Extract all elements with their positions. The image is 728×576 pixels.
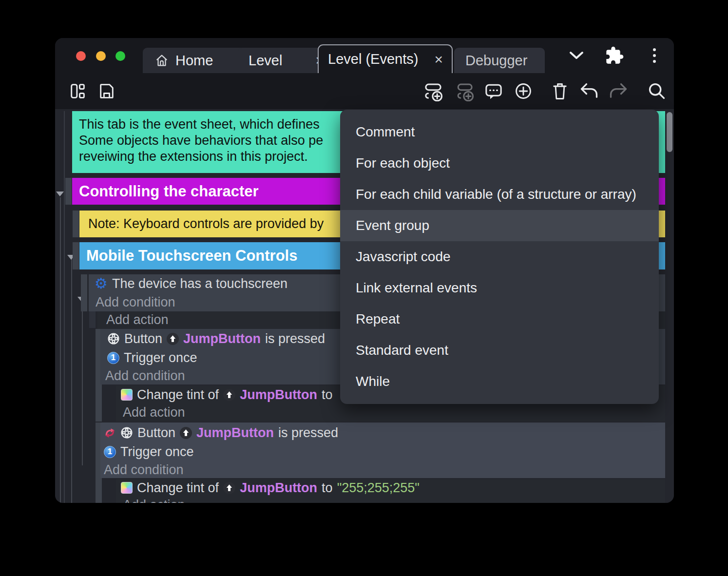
group-title: Mobile Touchscreen Controls xyxy=(86,247,297,265)
menu-item-comment[interactable]: Comment xyxy=(340,116,659,148)
event-margin xyxy=(89,311,96,328)
condition-row[interactable]: ⚙ The device has a touchscreen xyxy=(95,274,287,293)
collapse-arrow-icon[interactable] xyxy=(56,192,64,196)
event-margin xyxy=(81,274,87,311)
puzzle-icon xyxy=(605,46,624,65)
menu-item-repeat[interactable]: Repeat xyxy=(340,304,659,335)
tab-list-dropdown-button[interactable] xyxy=(567,38,586,73)
jumpbutton-object-icon xyxy=(223,389,235,401)
condition-row[interactable]: 1 Trigger once xyxy=(107,348,197,367)
tint-color-icon xyxy=(121,482,133,494)
object-name: JumpButton xyxy=(240,387,317,403)
condition-row[interactable]: Button JumpButton is pressed xyxy=(104,423,338,442)
add-event-context-menu: Comment For each object For each child v… xyxy=(340,110,659,404)
add-condition-link[interactable]: Add condition xyxy=(104,461,184,479)
menu-item-for-each-child-variable[interactable]: For each child variable (of a structure … xyxy=(340,179,659,210)
add-comment-button[interactable] xyxy=(482,73,505,109)
add-condition-label: Add condition xyxy=(104,462,184,478)
layout-view-button[interactable] xyxy=(68,73,87,109)
event-margin xyxy=(73,242,79,269)
menu-item-for-each-object[interactable]: For each object xyxy=(340,148,659,179)
add-condition-link[interactable]: Add condition xyxy=(105,366,185,385)
action-row[interactable]: Change tint of JumpButton to xyxy=(121,385,333,404)
tab-home[interactable]: Home xyxy=(143,48,246,73)
touch-gear-icon: ⚙ xyxy=(95,276,108,291)
tab-level-events[interactable]: Level (Events) × xyxy=(318,44,453,73)
event-margin xyxy=(65,178,72,205)
note-text: Note: Keyboard controls are provided by xyxy=(88,216,324,231)
menu-item-standard-event[interactable]: Standard event xyxy=(340,335,659,366)
add-action-link[interactable]: Add action xyxy=(123,403,185,422)
add-action-link[interactable]: Add action xyxy=(123,496,185,503)
indent-guide xyxy=(82,300,83,465)
traffic-light-zoom[interactable] xyxy=(115,51,125,61)
tab-debugger-label: Debugger xyxy=(465,53,527,69)
object-name: JumpButton xyxy=(240,480,317,496)
search-button[interactable] xyxy=(646,73,668,109)
tab-debugger[interactable]: Debugger xyxy=(454,48,545,73)
traffic-light-close[interactable] xyxy=(76,51,86,61)
tint-color-icon xyxy=(121,389,133,401)
add-action-label: Add action xyxy=(123,405,185,420)
redo-button[interactable] xyxy=(607,73,630,109)
menu-item-while[interactable]: While xyxy=(340,366,659,397)
object-name: JumpButton xyxy=(183,331,261,346)
save-icon xyxy=(97,82,116,100)
add-condition-link[interactable]: Add condition xyxy=(96,293,175,311)
object-name: JumpButton xyxy=(196,425,274,441)
string-value: "255;255;255" xyxy=(337,480,420,496)
save-button[interactable] xyxy=(97,73,116,109)
tab-home-label: Home xyxy=(175,53,213,69)
comment-bubble-icon xyxy=(483,81,504,101)
redo-icon xyxy=(608,82,629,100)
delete-button[interactable] xyxy=(549,73,571,109)
search-icon xyxy=(647,81,667,101)
menu-item-link-external-events[interactable]: Link external events xyxy=(340,272,659,304)
vertical-scrollbar[interactable] xyxy=(667,112,672,152)
toolbar xyxy=(55,73,674,109)
indent-guide xyxy=(64,111,65,503)
undo-icon xyxy=(579,82,599,100)
jumpbutton-object-icon xyxy=(223,482,235,494)
add-action-link[interactable]: Add action xyxy=(106,310,169,329)
condition-text: Button xyxy=(137,425,175,441)
inverted-condition-icon xyxy=(104,427,116,439)
add-subevent-icon xyxy=(454,81,475,101)
addons-button[interactable] xyxy=(604,38,625,73)
add-event-button[interactable] xyxy=(422,73,444,109)
condition-text: Button xyxy=(124,331,162,346)
layout-panels-icon xyxy=(68,82,87,100)
button-plugin-icon xyxy=(107,332,120,345)
jumpbutton-object-icon xyxy=(180,427,192,439)
add-action-label: Add action xyxy=(106,312,169,327)
condition-row[interactable]: 1 Trigger once xyxy=(104,442,194,461)
kebab-menu-icon xyxy=(653,48,656,63)
traffic-light-minimize[interactable] xyxy=(96,51,106,61)
tab-level-events-label: Level (Events) xyxy=(328,51,418,67)
action-row[interactable]: Change tint of JumpButton to "255;255;25… xyxy=(121,479,420,497)
home-icon xyxy=(154,53,169,68)
close-tab-icon[interactable]: × xyxy=(431,51,446,68)
group-title: Controlling the character xyxy=(79,183,259,200)
add-subevent-button[interactable] xyxy=(453,73,476,109)
indent-guide xyxy=(71,258,72,503)
condition-text: is pressed xyxy=(265,331,325,346)
menu-item-javascript-code[interactable]: Javascript code xyxy=(340,241,659,272)
app-window: Home Level × Level (Events) × Debugger xyxy=(55,38,674,503)
main-menu-button[interactable] xyxy=(647,38,662,73)
trigger-once-icon: 1 xyxy=(104,446,116,458)
tab-level-label: Level xyxy=(249,53,282,69)
action-text: Change tint of xyxy=(137,387,219,403)
add-button[interactable] xyxy=(512,73,535,109)
condition-row[interactable]: Button JumpButton is pressed xyxy=(107,329,325,348)
plus-circle-icon xyxy=(514,81,533,101)
trigger-once-icon: 1 xyxy=(107,352,119,364)
trash-icon xyxy=(551,81,569,101)
add-action-label: Add action xyxy=(123,498,185,503)
menu-item-event-group[interactable]: Event group xyxy=(340,210,659,241)
condition-text: is pressed xyxy=(278,425,338,441)
jumpbutton-object-icon xyxy=(167,333,179,345)
action-text: to xyxy=(322,480,333,496)
undo-button[interactable] xyxy=(578,73,600,109)
action-text: to xyxy=(322,387,333,403)
